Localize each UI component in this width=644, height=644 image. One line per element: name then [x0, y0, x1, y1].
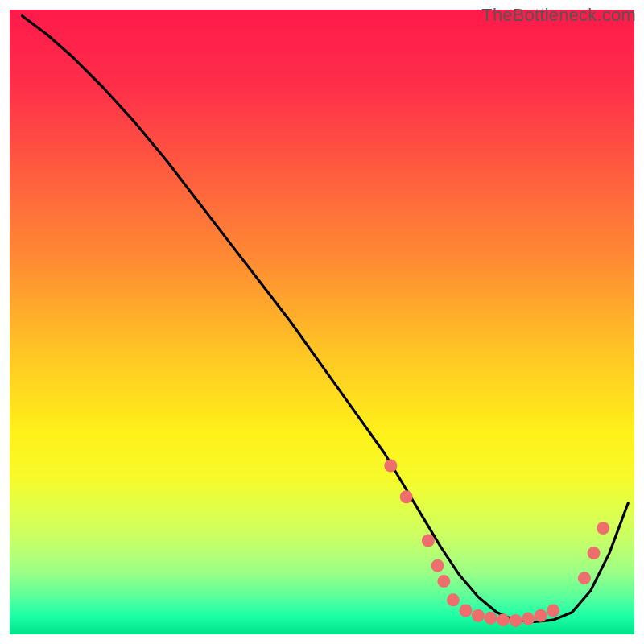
chart-container: TheBottleneck.com	[0, 0, 644, 644]
watermark-text: TheBottleneck.com	[481, 5, 636, 26]
bottleneck-chart	[0, 0, 644, 644]
